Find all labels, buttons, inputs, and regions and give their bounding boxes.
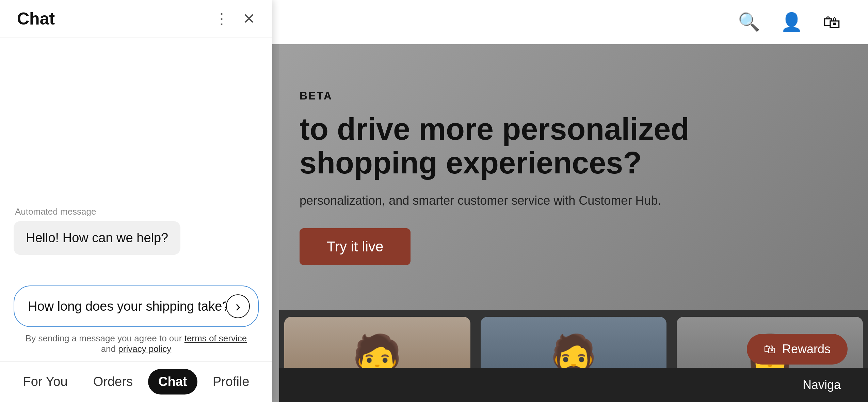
hero-subtext: personalization, and smarter customer se… bbox=[300, 194, 708, 208]
chat-header: Chat ⋮ ✕ bbox=[0, 0, 272, 37]
chat-message-input[interactable] bbox=[28, 299, 226, 314]
account-icon[interactable]: 👤 bbox=[781, 12, 803, 32]
close-chat-button[interactable]: ✕ bbox=[243, 11, 255, 26]
search-icon[interactable]: 🔍 bbox=[738, 12, 760, 32]
store-nav-bottom: Naviga bbox=[279, 368, 868, 402]
nav-item-for-you[interactable]: For You bbox=[13, 369, 78, 395]
rewards-label: Rewards bbox=[782, 342, 831, 356]
chat-title: Chat bbox=[17, 9, 55, 29]
try-it-live-button[interactable]: Try it live bbox=[300, 228, 411, 265]
chat-header-actions: ⋮ ✕ bbox=[214, 11, 255, 26]
automated-message-wrapper: Automated message Hello! How can we help… bbox=[14, 206, 259, 255]
nav-item-profile[interactable]: Profile bbox=[203, 369, 260, 395]
automated-message-text: Hello! How can we help? bbox=[26, 231, 168, 245]
store-nav-label: Naviga bbox=[803, 378, 841, 392]
chat-input-wrapper: › bbox=[14, 285, 259, 327]
more-options-button[interactable]: ⋮ bbox=[214, 11, 229, 26]
rewards-icon: 🛍 bbox=[764, 342, 776, 356]
privacy-policy-link[interactable]: privacy policy bbox=[118, 344, 171, 354]
chat-panel: Chat ⋮ ✕ Automated message Hello! How ca… bbox=[0, 0, 272, 402]
send-icon: › bbox=[236, 298, 241, 315]
terms-of-service-link[interactable]: terms of service bbox=[184, 333, 247, 343]
chat-input-area: › By sending a message you agree to our … bbox=[0, 279, 272, 361]
rewards-button[interactable]: 🛍 Rewards bbox=[747, 334, 848, 365]
chat-send-button[interactable]: › bbox=[226, 294, 250, 318]
nav-item-chat[interactable]: Chat bbox=[148, 369, 197, 395]
automated-message-label: Automated message bbox=[14, 206, 259, 217]
chat-bottom-nav: For You Orders Chat Profile bbox=[0, 361, 272, 402]
store-hero: BETA to drive more personalizedshopping … bbox=[279, 44, 868, 310]
beta-label: BETA bbox=[300, 90, 868, 102]
hero-headline: to drive more personalizedshopping exper… bbox=[300, 112, 776, 180]
disclaimer-text-before: By sending a message you agree to our bbox=[26, 333, 182, 343]
cart-icon[interactable]: 🛍 bbox=[823, 12, 841, 32]
nav-item-orders[interactable]: Orders bbox=[83, 369, 143, 395]
automated-message-bubble: Hello! How can we help? bbox=[14, 221, 180, 255]
chat-disclaimer: By sending a message you agree to our te… bbox=[14, 333, 259, 354]
disclaimer-text-between: and bbox=[101, 344, 116, 354]
chat-body: Automated message Hello! How can we help… bbox=[0, 37, 272, 279]
